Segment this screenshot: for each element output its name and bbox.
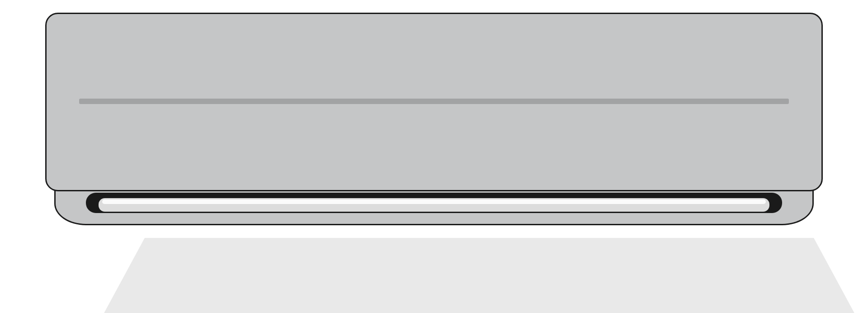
ac-panel-divider (79, 99, 789, 104)
air-conditioner-illustration (45, 13, 823, 225)
airflow-shape (103, 238, 855, 313)
ac-vent-highlight (102, 199, 766, 204)
svg-marker-0 (103, 238, 855, 313)
